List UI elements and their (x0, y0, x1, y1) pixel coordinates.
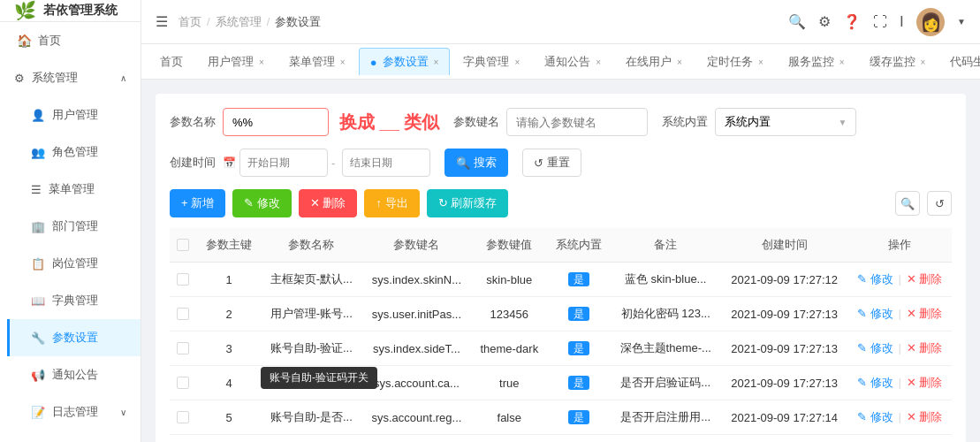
tab-dict-manage[interactable]: 字典管理 × (452, 48, 531, 75)
logo: 🌿 若依管理系统 (0, 0, 141, 22)
sidebar-item-param-settings[interactable]: 🔧 参数设置 (7, 319, 141, 356)
date-start-input[interactable] (239, 149, 328, 177)
table-search-icon[interactable]: 🔍 (895, 191, 920, 216)
filter-row-2: 创建时间 📅 - 🔍 搜索 ↺ 重置 (170, 149, 952, 177)
avatar[interactable]: 👩 (916, 8, 945, 36)
sidebar-post-label: 岗位管理 (52, 255, 98, 271)
row-1-delete-link[interactable]: ✕ 删除 (907, 272, 943, 286)
tab-service-close[interactable]: × (839, 57, 845, 67)
row-1-sep: | (899, 272, 901, 286)
breadcrumb-home[interactable]: 首页 (179, 14, 201, 30)
row-4-delete-link[interactable]: ✕ 删除 (907, 376, 943, 389)
tab-notice-close[interactable]: × (596, 57, 601, 67)
row-1-key-value: skin-blue (471, 263, 547, 297)
tab-dict-close[interactable]: × (514, 57, 520, 67)
sidebar-group-system-title[interactable]: ⚙ 系统管理 ∧ (0, 59, 141, 96)
fullscreen-icon[interactable]: ⛶ (873, 14, 887, 30)
menu-toggle-button[interactable]: ☰ (156, 13, 168, 30)
row-5-delete-link[interactable]: ✕ 删除 (907, 410, 943, 423)
sidebar-group-monitor-title[interactable]: 📊 系统监控 ∨ (0, 431, 141, 442)
tab-schedule[interactable]: 定时任务 × (695, 48, 775, 75)
tab-online-close[interactable]: × (677, 57, 682, 67)
question-icon[interactable]: ❓ (843, 13, 861, 30)
tab-menu-close[interactable]: × (340, 57, 346, 67)
add-button[interactable]: + 新增 (170, 189, 225, 217)
row-4-edit-link[interactable]: ✎ 修改 (857, 376, 893, 389)
avatar-dropdown-icon[interactable]: ▼ (957, 17, 966, 27)
select-all-checkbox[interactable] (177, 239, 189, 251)
sidebar-item-dict-manage[interactable]: 📖 字典管理 (7, 282, 141, 319)
row-2-remark: 初始化密码 123... (611, 297, 721, 332)
sidebar-item-notice[interactable]: 📢 通知公告 (7, 356, 141, 393)
row-3-tooltip: 账号自助-验证码开关 (261, 367, 377, 389)
tab-service-monitor[interactable]: 服务监控 × (777, 48, 856, 75)
row-3-checkbox[interactable] (177, 342, 189, 354)
tab-cache-close[interactable]: × (921, 57, 926, 67)
row-5-id: 5 (198, 400, 261, 435)
refresh-btn-label: ↻ 刷新缓存 (438, 195, 498, 211)
sidebar-item-user-manage[interactable]: 👤 用户管理 (7, 96, 141, 133)
param-key-input[interactable] (506, 108, 648, 136)
sys-builtin-select[interactable]: 系统内置 ▼ (715, 108, 856, 136)
tab-menu-manage[interactable]: 菜单管理 × (277, 48, 357, 75)
refresh-cache-button[interactable]: ↻ 刷新缓存 (427, 189, 509, 217)
row-5-edit-link[interactable]: ✎ 修改 (857, 410, 893, 423)
sidebar-item-log-manage[interactable]: 📝 日志管理 ∨ (7, 393, 141, 431)
delete-button[interactable]: ✕ 删除 (299, 189, 358, 217)
breadcrumb-sys-manage[interactable]: 系统管理 (216, 14, 262, 30)
row-4-checkbox[interactable] (177, 377, 189, 389)
tab-online-user[interactable]: 在线用户 × (614, 48, 694, 75)
row-3-edit-link[interactable]: ✎ 修改 (857, 341, 893, 354)
sidebar-item-menu-manage[interactable]: ☰ 菜单管理 (7, 171, 141, 208)
sidebar-item-dept-manage[interactable]: 🏢 部门管理 (7, 208, 141, 245)
sidebar-item-role-manage[interactable]: 👥 角色管理 (7, 133, 141, 171)
row-2-delete-link[interactable]: ✕ 删除 (907, 307, 943, 320)
tab-home[interactable]: 首页 (148, 48, 194, 75)
row-3-delete-link[interactable]: ✕ 删除 (907, 341, 943, 354)
filter-key-label: 参数键名 (453, 114, 499, 130)
table-refresh-icon[interactable]: ↺ (927, 191, 952, 216)
search-button[interactable]: 🔍 搜索 (444, 149, 508, 177)
param-name-input[interactable] (223, 108, 329, 136)
tab-schedule-close[interactable]: × (758, 57, 763, 67)
row-2-sep: | (899, 307, 901, 320)
sidebar-item-home[interactable]: 🏠 首页 (0, 22, 141, 59)
row-5-remark: 是否开启注册用... (611, 400, 721, 435)
tab-notice[interactable]: 通知公告 × (533, 48, 612, 75)
search-header-icon[interactable]: 🔍 (788, 13, 806, 30)
tab-online-label: 在线用户 (626, 54, 672, 70)
font-icon[interactable]: Ⅰ (900, 13, 904, 30)
header-right: 🔍 ⚙ ❓ ⛶ Ⅰ 👩 ▼ (788, 8, 966, 36)
row-5-sys-builtin: 是 (568, 410, 589, 424)
row-4-sys-builtin: 是 (568, 376, 589, 390)
row-4-key-name: sys.account.ca... (362, 366, 472, 400)
delete-btn-label: ✕ 删除 (310, 195, 346, 211)
tab-cache-monitor[interactable]: 缓存监控 × (858, 48, 938, 75)
header-left: ☰ 首页 / 系统管理 / 参数设置 (156, 13, 321, 30)
sys-manage-label: 系统管理 (32, 70, 78, 86)
row-2-checkbox[interactable] (177, 308, 189, 320)
main-area: ☰ 首页 / 系统管理 / 参数设置 🔍 ⚙ ❓ ⛶ Ⅰ 👩 ▼ 首页 (141, 0, 980, 442)
tab-user-manage[interactable]: 用户管理 × (196, 48, 276, 75)
tab-user-label: 用户管理 (208, 54, 254, 70)
col-name: 参数名称 (261, 228, 362, 263)
date-range: 📅 - (223, 149, 430, 177)
sidebar-item-post-manage[interactable]: 📋 岗位管理 (7, 245, 141, 282)
tab-user-close[interactable]: × (259, 57, 264, 67)
row-1-edit-link[interactable]: ✎ 修改 (857, 272, 893, 286)
edit-btn-label: ✎ 修改 (244, 195, 280, 211)
export-button[interactable]: ↑ 导出 (364, 189, 419, 217)
github-icon[interactable]: ⚙ (818, 13, 831, 30)
row-5-checkbox[interactable] (177, 411, 189, 423)
tab-param-settings[interactable]: ● 参数设置 × (359, 48, 451, 75)
sidebar-dept-label: 部门管理 (52, 218, 98, 234)
tab-param-close[interactable]: × (434, 57, 439, 67)
tab-code-gen[interactable]: 代码生成 × (938, 48, 980, 75)
row-1-checkbox[interactable] (177, 273, 189, 286)
row-2-edit-link[interactable]: ✎ 修改 (857, 307, 893, 320)
tab-param-dot: ● (370, 56, 377, 69)
reset-button[interactable]: ↺ 重置 (522, 149, 581, 177)
date-end-input[interactable] (342, 149, 430, 177)
edit-button[interactable]: ✎ 修改 (232, 189, 292, 217)
top-header: ☰ 首页 / 系统管理 / 参数设置 🔍 ⚙ ❓ ⛶ Ⅰ 👩 ▼ (141, 0, 980, 44)
